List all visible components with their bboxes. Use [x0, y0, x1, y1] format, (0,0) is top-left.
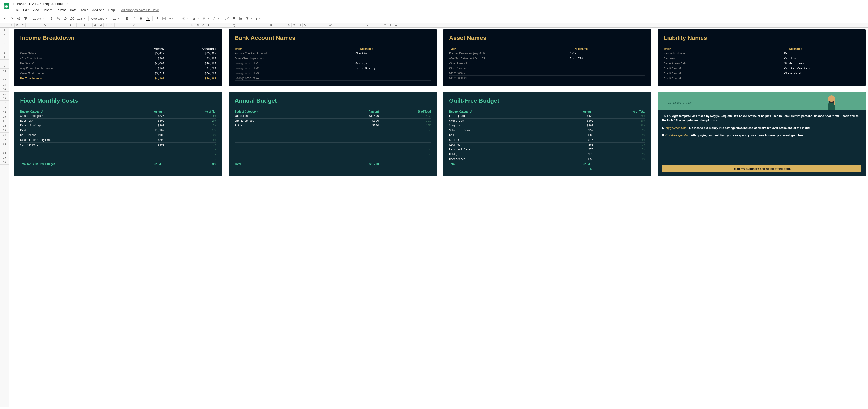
row-header[interactable]: 1: [0, 28, 9, 32]
row-header[interactable]: 11: [0, 73, 9, 78]
drive-status[interactable]: All changes saved in Drive: [119, 7, 161, 12]
v-align-icon[interactable]: ▼: [191, 16, 200, 21]
table-row[interactable]: Annual Budget*$2255%: [20, 114, 216, 119]
row-header[interactable]: 2: [0, 32, 9, 37]
table-row[interactable]: Credit Card #3: [663, 76, 860, 81]
undo-icon[interactable]: ↶: [2, 15, 8, 22]
row-header[interactable]: 29: [0, 155, 9, 160]
zoom-dropdown[interactable]: 100%▼: [32, 16, 45, 21]
paint-format-icon[interactable]: [22, 15, 29, 22]
h-align-icon[interactable]: ▼: [181, 16, 190, 21]
table-row[interactable]: -: [235, 157, 431, 162]
percent-icon[interactable]: %: [55, 15, 62, 22]
menu-add-ons[interactable]: Add-ons: [90, 7, 106, 12]
table-row[interactable]: -: [235, 138, 431, 143]
row-header[interactable]: 9: [0, 64, 9, 69]
increase-decimal-icon[interactable]: .00: [69, 15, 75, 22]
col-header[interactable]: G: [93, 23, 98, 27]
text-color-icon[interactable]: A: [145, 15, 151, 22]
comment-icon[interactable]: +: [231, 15, 237, 22]
table-row[interactable]: Other Asset #4: [449, 75, 645, 80]
row-header[interactable]: 23: [0, 128, 9, 133]
bold-icon[interactable]: B: [124, 15, 130, 22]
row-header[interactable]: 7: [0, 55, 9, 60]
table-row[interactable]: Gas$805%: [449, 133, 645, 138]
strikethrough-icon[interactable]: S: [138, 15, 144, 22]
sheet-canvas[interactable]: Income Breakdown MonthlyAnnualized Gross…: [9, 28, 868, 407]
menu-data[interactable]: Data: [68, 7, 79, 12]
col-header[interactable]: X: [353, 23, 382, 27]
col-header[interactable]: B: [14, 23, 20, 27]
table-row[interactable]: Car Payment$3007%: [20, 143, 216, 148]
table-row[interactable]: Car LoanCar Loan: [663, 56, 860, 61]
print-icon[interactable]: [16, 15, 22, 22]
row-header[interactable]: 30: [0, 160, 9, 164]
table-row[interactable]: Avg. Extra Monthly Income*$100$1,200: [20, 66, 216, 71]
col-header[interactable]: J: [109, 23, 115, 27]
table-row[interactable]: Gross Total Income$5,517$66,200: [20, 71, 216, 76]
table-row[interactable]: Rent or MortgageRent: [663, 51, 860, 56]
folder-icon[interactable]: 🗀: [71, 2, 75, 6]
table-row[interactable]: Savings Account #2Extra Savings: [235, 66, 431, 71]
menu-view[interactable]: View: [31, 7, 41, 12]
table-row[interactable]: -: [20, 157, 216, 162]
row-header[interactable]: 26: [0, 142, 9, 146]
menu-edit[interactable]: Edit: [21, 7, 30, 12]
text-rotation-icon[interactable]: ▼: [211, 16, 221, 21]
table-row[interactable]: Groceries$30020%: [449, 119, 645, 124]
table-row[interactable]: Pre Tax Retirement (e.g. 401k)401k: [449, 51, 645, 56]
col-header[interactable]: Y: [382, 23, 388, 27]
col-header[interactable]: A: [9, 23, 14, 27]
table-row[interactable]: Gross Salary$5,417$65,000: [20, 51, 216, 56]
table-row[interactable]: After Tax Retirement (e.g. IRA)Roth IRA: [449, 56, 645, 61]
link-icon[interactable]: [224, 15, 230, 22]
table-row[interactable]: Net Salary*$4,000$48,000: [20, 61, 216, 66]
table-row[interactable]: -: [235, 133, 431, 138]
row-header[interactable]: 16: [0, 96, 9, 101]
star-icon[interactable]: ☆: [66, 2, 69, 6]
col-header[interactable]: E: [64, 23, 77, 27]
italic-icon[interactable]: I: [131, 15, 137, 22]
read-summary-button[interactable]: Read my summary and notes of the book: [662, 165, 861, 172]
table-row[interactable]: -: [20, 148, 216, 152]
row-header[interactable]: 27: [0, 146, 9, 151]
currency-icon[interactable]: $: [49, 15, 55, 22]
col-header[interactable]: Z: [388, 23, 393, 27]
row-header[interactable]: 18: [0, 105, 9, 110]
col-header[interactable]: L: [153, 23, 190, 27]
row-header[interactable]: 5: [0, 46, 9, 51]
col-header[interactable]: T: [291, 23, 297, 27]
table-row[interactable]: Primary Checking AccountChecking: [235, 51, 431, 56]
table-row[interactable]: Extra Savings$3007%: [20, 124, 216, 128]
menu-help[interactable]: Help: [106, 7, 117, 12]
row-header[interactable]: 25: [0, 137, 9, 142]
number-format-dropdown[interactable]: 123▼: [76, 16, 87, 21]
table-row[interactable]: Other Asset #1: [449, 61, 645, 66]
sheets-logo[interactable]: [2, 1, 11, 10]
merge-cells-icon[interactable]: ▼: [168, 16, 178, 21]
table-row[interactable]: Credit Card #2Chase Card: [663, 71, 860, 76]
col-header[interactable]: P: [206, 23, 212, 27]
table-row[interactable]: -: [235, 128, 431, 133]
table-row[interactable]: Alcohol$503%: [449, 143, 645, 148]
table-row[interactable]: Other Asset #3: [449, 71, 645, 75]
menu-file[interactable]: File: [12, 7, 21, 12]
menu-format[interactable]: Format: [54, 7, 67, 12]
col-header[interactable]: U: [297, 23, 303, 27]
decrease-decimal-icon[interactable]: .0: [62, 15, 68, 22]
col-header[interactable]: V: [303, 23, 308, 27]
borders-icon[interactable]: [161, 15, 167, 22]
col-header[interactable]: D: [26, 23, 64, 27]
row-header[interactable]: 13: [0, 83, 9, 87]
table-row[interactable]: Vacations$1,40052%: [235, 114, 431, 119]
table-row[interactable]: Hobby$755%: [449, 152, 645, 157]
row-header[interactable]: 24: [0, 133, 9, 137]
row-header[interactable]: 8: [0, 60, 9, 64]
redo-icon[interactable]: ↷: [9, 15, 15, 22]
col-header[interactable]: I: [103, 23, 109, 27]
table-row[interactable]: -: [235, 148, 431, 152]
table-row[interactable]: Eating Out$42028%: [449, 114, 645, 119]
row-header[interactable]: 12: [0, 78, 9, 83]
row-header[interactable]: 15: [0, 92, 9, 96]
table-row[interactable]: Other Asset #2: [449, 66, 645, 71]
